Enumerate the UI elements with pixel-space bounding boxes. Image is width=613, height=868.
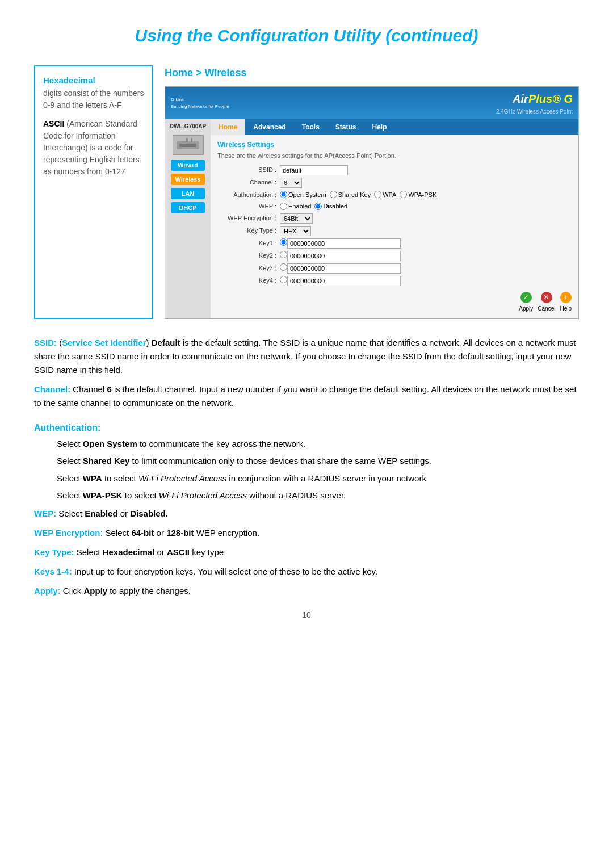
channel-description: is the default channel. Input a new numb…: [34, 384, 577, 408]
apply-bold: Apply: [84, 586, 108, 596]
wep-enabled[interactable]: Enabled: [280, 202, 311, 211]
wpa-psk-bold: WPA-PSK: [83, 490, 123, 500]
128bit-bold: 128-bit: [166, 528, 194, 538]
channel-row: Channel : 6 1 2 11: [217, 178, 572, 188]
airplus-subtitle: 2.4GHz Wireless Access Point: [496, 107, 573, 116]
lan-button[interactable]: LAN: [171, 188, 205, 199]
open-system-bold: Open System: [83, 439, 137, 448]
auth-wpa[interactable]: WPA: [374, 190, 396, 200]
apply-label: Apply: [519, 304, 533, 313]
tab-advanced[interactable]: Advanced: [245, 119, 293, 135]
key1-row: Key1 :: [217, 238, 572, 249]
key2-input[interactable]: [287, 251, 401, 261]
svg-rect-3: [191, 138, 192, 142]
ssid-input[interactable]: [280, 165, 348, 175]
key2-radio-label[interactable]: [280, 251, 287, 261]
key3-radio-label[interactable]: [280, 263, 287, 274]
wep-enc-label-text: WEP Encryption:: [34, 528, 103, 538]
channel-intro: Channel: [73, 384, 107, 394]
64bit-bold: 64-bit: [131, 528, 154, 538]
tab-home[interactable]: Home: [211, 119, 245, 135]
shared-key-bold: Shared Key: [83, 456, 130, 466]
apply-icon: ✓: [520, 292, 532, 303]
content-area: Hexadecimal digits consist of the number…: [34, 65, 579, 319]
keys-label-text: Keys 1-4:: [34, 567, 72, 576]
key1-radio-label[interactable]: [280, 238, 287, 249]
router-ui: D-Link Building Networks for People AirP…: [165, 86, 579, 319]
auth-item-2: Select Shared Key to limit communication…: [57, 455, 579, 468]
auth-item-1: Select Open System to communicate the ke…: [57, 438, 579, 451]
sidebar-box: Hexadecimal digits consist of the number…: [34, 65, 153, 319]
router-sidebar: DWL-G700AP Wizard Wireless LAN DHCP: [165, 119, 211, 318]
key1-label: Key1 :: [217, 238, 280, 248]
router-header: D-Link Building Networks for People AirP…: [165, 87, 578, 119]
auth-item-3: Select WPA to select Wi-Fi Protected Acc…: [57, 472, 579, 485]
key4-input[interactable]: [287, 276, 401, 286]
auth-open-system[interactable]: Open System: [280, 190, 326, 200]
section-title: Home > Wireless: [165, 65, 579, 81]
help-button[interactable]: + Help: [560, 292, 572, 313]
auth-section-heading: Authentication:: [34, 421, 579, 435]
tab-help[interactable]: Help: [364, 119, 395, 135]
enabled-bold: Enabled: [85, 509, 117, 518]
ssid-label: SSID :: [217, 165, 280, 175]
auth-shared-key[interactable]: Shared Key: [330, 190, 371, 200]
body-text: SSID: (Service Set Identifier) Default i…: [34, 336, 579, 410]
hexadecimal-title: Hexadecimal: [43, 74, 144, 87]
ssid-paragraph: SSID: (Service Set Identifier) Default i…: [34, 336, 579, 377]
dlink-tagline: Building Networks for People: [171, 103, 229, 110]
key2-row: Key2 :: [217, 251, 572, 261]
channel-paragraph: Channel: Channel 6 is the default channe…: [34, 383, 579, 410]
wep-section: WEP: Select Enabled or Disabled. WEP Enc…: [34, 507, 579, 598]
cancel-button[interactable]: ✕ Cancel: [538, 292, 555, 313]
key3-input[interactable]: [287, 263, 401, 274]
dhcp-button[interactable]: DHCP: [171, 202, 205, 213]
wep-disabled[interactable]: Disabled: [314, 202, 347, 211]
router-content: Wireless Settings These are the wireless…: [211, 135, 578, 318]
cancel-label: Cancel: [538, 304, 555, 313]
wizard-button[interactable]: Wizard: [171, 160, 205, 171]
key1-input[interactable]: [287, 238, 401, 249]
auth-radio-group: Open System Shared Key WPA WPA-PSK: [280, 190, 436, 200]
wep-enc-select[interactable]: 64Bit 128Bit: [280, 213, 313, 224]
key4-label: Key4 :: [217, 276, 280, 286]
device-label: DWL-G700AP: [170, 122, 206, 131]
wep-paragraph: WEP: Select Enabled or Disabled.: [34, 507, 579, 521]
ssid-term-label: SSID:: [34, 338, 57, 347]
ssid-row: SSID :: [217, 165, 572, 175]
tab-status[interactable]: Status: [328, 119, 364, 135]
ascii-title: ASCII: [43, 119, 64, 128]
wpa-italic: Wi-Fi Protected Access: [138, 473, 226, 483]
action-row: ✓ Apply ✕ Cancel + Help: [217, 288, 572, 314]
key-type-row: Key Type : HEX ASCII: [217, 226, 572, 236]
wireless-settings-header: Wireless Settings: [217, 140, 572, 150]
airplus-logo: AirPlus® G 2.4GHz Wireless Access Point: [496, 90, 573, 116]
channel-select[interactable]: 6 1 2 11: [280, 178, 302, 188]
apply-button[interactable]: ✓ Apply: [519, 292, 533, 313]
wep-enc-paragraph: WEP Encryption: Select 64-bit or 128-bit…: [34, 526, 579, 540]
dlink-logo-text: D-Link: [171, 97, 229, 103]
ssid-term-parens: (Service Set Identifier): [59, 338, 152, 347]
key-type-select[interactable]: HEX ASCII: [280, 226, 311, 236]
wireless-button[interactable]: Wireless: [171, 174, 205, 185]
tab-tools[interactable]: Tools: [294, 119, 328, 135]
ssid-full-term: Service Set Identifier: [62, 338, 146, 347]
auth-item-4: Select WPA-PSK to select Wi-Fi Protected…: [57, 489, 579, 502]
channel-number: 6: [107, 384, 111, 394]
auth-wpa-psk[interactable]: WPA-PSK: [400, 190, 436, 200]
key-type-paragraph: Key Type: Select Hexadecimal or ASCII ke…: [34, 546, 579, 559]
help-icon: +: [560, 292, 572, 303]
dlink-logo: D-Link Building Networks for People: [171, 97, 229, 110]
wireless-settings-desc: These are the wireless settings for the …: [217, 151, 572, 161]
auth-section: Authentication: Select Open System to co…: [34, 421, 579, 502]
keys-paragraph: Keys 1-4: Input up to four encryption ke…: [34, 565, 579, 578]
key4-row: Key4 :: [217, 276, 572, 286]
apply-paragraph: Apply: Click Apply to apply the changes.: [34, 584, 579, 598]
wpa-bold: WPA: [83, 473, 102, 483]
router-tabs: Home Advanced Tools Status Help: [211, 119, 578, 135]
hexadecimal-bold: Hexadecimal: [103, 547, 155, 557]
apply-label-text: Apply:: [34, 586, 61, 596]
key4-radio-label[interactable]: [280, 276, 287, 286]
key3-row: Key3 :: [217, 263, 572, 274]
airplus-g: Plus® G: [528, 93, 573, 105]
